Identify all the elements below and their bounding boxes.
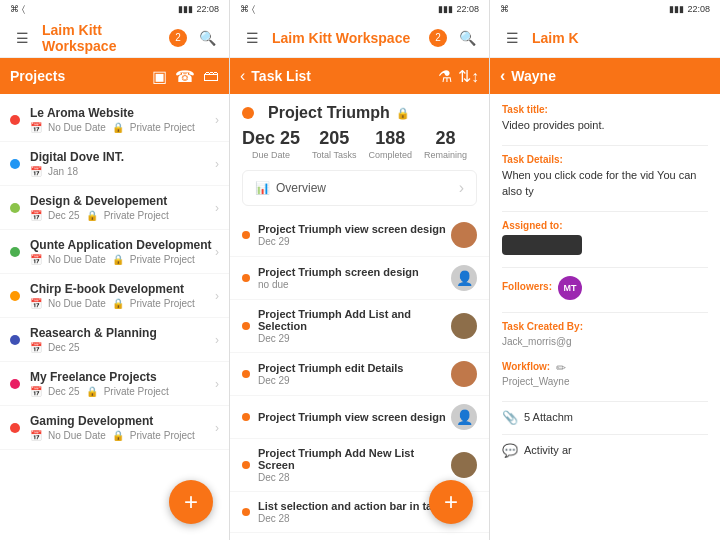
list-item[interactable]: Digital Dove INT. 📅 Jan 18 › xyxy=(0,142,229,186)
task-avatar xyxy=(451,361,477,387)
tab-title-projects: Projects xyxy=(10,68,65,84)
task-date: Dec 29 xyxy=(258,375,451,386)
phone-icon[interactable]: ☎ xyxy=(175,67,195,86)
status-bar-1: ⌘ 〈 ▮▮▮ 22:08 xyxy=(0,0,229,18)
chevron-icon: › xyxy=(215,201,219,215)
tab-bar-icons: ▣ ☎ 🗃 xyxy=(152,67,219,86)
project-info: Le Aroma Website 📅 No Due Date 🔒 Private… xyxy=(30,106,215,133)
list-item[interactable]: Gaming Development 📅 No Due Date 🔒 Priva… xyxy=(0,406,229,450)
back-button-2[interactable]: ‹ xyxy=(240,67,245,85)
project-info: Design & Developement 📅 Dec 25 🔒 Private… xyxy=(30,194,215,221)
task-info: Project Triumph edit Details Dec 29 xyxy=(258,362,451,386)
project-dot xyxy=(10,423,20,433)
project-dot xyxy=(10,335,20,345)
stat-remaining: 28 Remaining xyxy=(424,128,467,160)
project-dot xyxy=(10,159,20,169)
list-item[interactable]: My Freelance Projects 📅 Dec 25 🔒 Private… xyxy=(0,362,229,406)
project-meta: 📅 Jan 18 xyxy=(30,166,215,177)
list-item[interactable]: Project Triumph edit Details Dec 29 xyxy=(230,353,489,396)
task-dot xyxy=(242,508,250,516)
list-item[interactable]: Project Triumph view screen design Dec 2… xyxy=(230,214,489,257)
sort-icon[interactable]: ⇅↕ xyxy=(458,67,479,86)
activity-row[interactable]: 💬 Activity ar xyxy=(502,443,708,458)
list-item[interactable]: Project Triumph Add List and Selection D… xyxy=(230,300,489,353)
chevron-icon: › xyxy=(215,289,219,303)
calendar-icon: 📅 xyxy=(30,210,42,221)
workflow-value: Project_Wayne xyxy=(502,375,708,389)
calendar-icon: 📅 xyxy=(30,298,42,309)
list-item[interactable]: Qunte Application Development 📅 No Due D… xyxy=(0,230,229,274)
divider-6 xyxy=(502,434,708,435)
chevron-icon: › xyxy=(215,377,219,391)
list-item[interactable]: Chirp E-book Development 📅 No Due Date 🔒… xyxy=(0,274,229,318)
task-date: no due xyxy=(258,279,451,290)
overview-button[interactable]: 📊 Overview › xyxy=(242,170,477,206)
task-name: Project Triumph Add New List Screen xyxy=(258,447,451,471)
project-private: Private Project xyxy=(130,122,195,133)
task-avatar xyxy=(451,313,477,339)
assigned-bar xyxy=(502,235,582,255)
activity-text: Activity ar xyxy=(524,443,572,458)
remaining-label: Remaining xyxy=(424,150,467,160)
status-signal-2: ▮▮▮ xyxy=(438,4,453,14)
project-lock-icon: 🔒 xyxy=(396,107,410,120)
task-detail-panel: ⌘ ▮▮▮ 22:08 ☰ Laim K ‹ Wayne Task title:… xyxy=(490,0,720,540)
lock-icon: 🔒 xyxy=(112,122,124,133)
filter-icon[interactable]: ⚗ xyxy=(438,67,452,86)
overview-chevron-icon: › xyxy=(459,179,464,197)
list-item[interactable]: Project Triumph screen design no due 👤 xyxy=(230,257,489,300)
notification-badge-1[interactable]: 2 xyxy=(169,29,187,47)
back-button-3[interactable]: ‹ xyxy=(500,67,505,85)
search-icon-1[interactable]: 🔍 xyxy=(195,26,219,50)
task-info: Project Triumph view screen design Dec 2… xyxy=(258,223,451,247)
task-list-subheader: ‹ Task List ⚗ ⇅↕ xyxy=(230,58,489,94)
grid-icon[interactable]: ▣ xyxy=(152,67,167,86)
list-item[interactable]: Reasearch & Planning 📅 Dec 25 › xyxy=(0,318,229,362)
project-dot xyxy=(10,247,20,257)
archive-icon[interactable]: 🗃 xyxy=(203,67,219,86)
header-actions-2: 2 🔍 xyxy=(429,26,479,50)
task-title-section: Task title: Video provides point. xyxy=(502,104,708,133)
project-name: Le Aroma Website xyxy=(30,106,215,120)
notification-badge-2[interactable]: 2 xyxy=(429,29,447,47)
menu-icon[interactable]: ☰ xyxy=(10,26,34,50)
add-project-button[interactable]: + xyxy=(169,480,213,524)
task-info: Project Triumph view screen design xyxy=(258,411,451,424)
project-dot xyxy=(10,203,20,213)
project-name: Qunte Application Development xyxy=(30,238,215,252)
followers-section: Followers: MT xyxy=(502,276,708,300)
search-icon-2[interactable]: 🔍 xyxy=(455,26,479,50)
overview-label: Overview xyxy=(276,181,326,195)
list-item[interactable]: Le Aroma Website 📅 No Due Date 🔒 Private… xyxy=(0,98,229,142)
project-date: No Due Date xyxy=(48,254,106,265)
task-dot xyxy=(242,274,250,282)
task-info: Project Triumph screen design no due xyxy=(258,266,451,290)
list-item[interactable]: Design & Developement 📅 Dec 25 🔒 Private… xyxy=(0,186,229,230)
task-name: Project Triumph edit Details xyxy=(258,362,451,374)
wayne-label: Wayne xyxy=(511,68,556,84)
task-title-text: Video provides point. xyxy=(502,118,708,133)
projects-tab-bar: Projects ▣ ☎ 🗃 xyxy=(0,58,229,94)
follower-avatar: MT xyxy=(558,276,582,300)
menu-icon-2[interactable]: ☰ xyxy=(240,26,264,50)
calendar-icon: 📅 xyxy=(30,166,42,177)
project-meta: 📅 Dec 25 xyxy=(30,342,215,353)
task-title-label: Task title: xyxy=(502,104,708,115)
project-private: Private Project xyxy=(130,430,195,441)
attachments-row[interactable]: 📎 5 Attachm xyxy=(502,410,708,425)
header-actions-1: 2 🔍 xyxy=(169,26,219,50)
project-name: Digital Dove INT. xyxy=(30,150,215,164)
project-stats: Dec 25 Due Date 205 Total Tasks 188 Comp… xyxy=(230,128,489,170)
divider-1 xyxy=(502,145,708,146)
chevron-icon: › xyxy=(215,333,219,347)
status-time-3: 22:08 xyxy=(687,4,710,14)
task-name: Project Triumph screen design xyxy=(258,266,451,278)
edit-icon[interactable]: ✏ xyxy=(556,361,566,375)
menu-icon-3[interactable]: ☰ xyxy=(500,26,524,50)
project-meta: 📅 No Due Date 🔒 Private Project xyxy=(30,298,215,309)
panel3-header: ☰ Laim K xyxy=(490,18,720,58)
calendar-icon: 📅 xyxy=(30,386,42,397)
project-date: No Due Date xyxy=(48,298,106,309)
list-item[interactable]: Project Triumph view screen design 👤 xyxy=(230,396,489,439)
add-task-button[interactable]: + xyxy=(429,480,473,524)
